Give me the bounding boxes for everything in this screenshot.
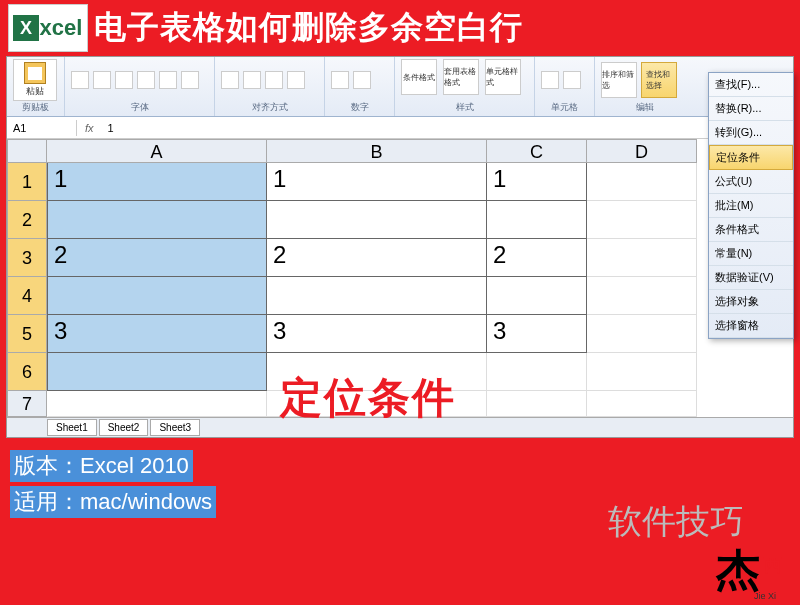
find-select-menu: 查找(F)... 替换(R)... 转到(G)... 定位条件 公式(U) 批注…: [708, 72, 794, 339]
menu-selection-pane[interactable]: 选择窗格: [709, 314, 793, 338]
paste-button[interactable]: 粘贴: [13, 59, 57, 101]
cell-A2[interactable]: [47, 201, 267, 239]
row-header-6[interactable]: 6: [7, 353, 47, 391]
cell-A1[interactable]: 1: [47, 163, 267, 201]
cell-C5[interactable]: 3: [487, 315, 587, 353]
cell-B1[interactable]: 1: [267, 163, 487, 201]
group-editing: 编辑: [601, 101, 689, 114]
watermark-text: 软件技巧: [608, 499, 744, 545]
tab-sheet3[interactable]: Sheet3: [150, 419, 200, 436]
select-all-corner[interactable]: [7, 139, 47, 163]
row-header-7[interactable]: 7: [7, 391, 47, 417]
menu-constants[interactable]: 常量(N): [709, 242, 793, 266]
cell-D4[interactable]: [587, 277, 697, 315]
delete-cells-button[interactable]: [563, 71, 581, 89]
cell-A3[interactable]: 2: [47, 239, 267, 277]
menu-find[interactable]: 查找(F)...: [709, 73, 793, 97]
cell-C1[interactable]: 1: [487, 163, 587, 201]
menu-select-objects[interactable]: 选择对象: [709, 290, 793, 314]
cell-D7[interactable]: [587, 391, 697, 417]
group-clipboard: 剪贴板: [13, 101, 58, 114]
tutorial-title: 电子表格如何删除多余空白行: [94, 6, 523, 50]
insert-cells-button[interactable]: [541, 71, 559, 89]
italic-button[interactable]: [93, 71, 111, 89]
cell-C2[interactable]: [487, 201, 587, 239]
menu-goto-special[interactable]: 定位条件: [709, 145, 793, 170]
menu-goto[interactable]: 转到(G)...: [709, 121, 793, 145]
formula-bar: A1 fx 1: [7, 117, 793, 139]
cell-B4[interactable]: [267, 277, 487, 315]
author-stamp: 杰 西 Jie Xi: [716, 541, 776, 597]
col-header-C[interactable]: C: [487, 139, 587, 163]
cell-D6[interactable]: [587, 353, 697, 391]
row-header-3[interactable]: 3: [7, 239, 47, 277]
menu-formulas[interactable]: 公式(U): [709, 170, 793, 194]
cell-style-button[interactable]: 单元格样式: [485, 59, 521, 95]
menu-comments[interactable]: 批注(M): [709, 194, 793, 218]
conditional-format-button[interactable]: 条件格式: [401, 59, 437, 95]
font-color-button[interactable]: [181, 71, 199, 89]
table-format-button[interactable]: 套用表格格式: [443, 59, 479, 95]
name-box[interactable]: A1: [7, 120, 77, 136]
group-font: 字体: [71, 101, 208, 114]
row-header-4[interactable]: 4: [7, 277, 47, 315]
ribbon: 粘贴 剪贴板 字体 对齐方式: [7, 57, 793, 117]
cell-D5[interactable]: [587, 315, 697, 353]
clipboard-icon: [24, 62, 46, 84]
menu-data-validation[interactable]: 数据验证(V): [709, 266, 793, 290]
align-center-button[interactable]: [243, 71, 261, 89]
cell-C7[interactable]: [487, 391, 587, 417]
align-right-button[interactable]: [265, 71, 283, 89]
cell-B2[interactable]: [267, 201, 487, 239]
col-header-B[interactable]: B: [267, 139, 487, 163]
percent-button[interactable]: [353, 71, 371, 89]
excel-logo: xcel: [8, 4, 88, 52]
stamp-sub: 西: [764, 553, 782, 577]
cell-D2[interactable]: [587, 201, 697, 239]
sort-filter-button[interactable]: 排序和筛选: [601, 62, 637, 98]
cell-A4[interactable]: [47, 277, 267, 315]
fill-color-button[interactable]: [159, 71, 177, 89]
cell-C6[interactable]: [487, 353, 587, 391]
cell-B3[interactable]: 2: [267, 239, 487, 277]
cell-A6[interactable]: [47, 353, 267, 391]
bold-button[interactable]: [71, 71, 89, 89]
version-label: 版本：Excel 2010: [10, 450, 193, 482]
wrap-text-button[interactable]: [287, 71, 305, 89]
row-header-1[interactable]: 1: [7, 163, 47, 201]
number-format-button[interactable]: [331, 71, 349, 89]
cell-D3[interactable]: [587, 239, 697, 277]
row-header-2[interactable]: 2: [7, 201, 47, 239]
group-number: 数字: [331, 101, 388, 114]
col-header-A[interactable]: A: [47, 139, 267, 163]
stamp-dot-icon: [772, 579, 780, 587]
cell-A7[interactable]: [47, 391, 267, 417]
find-select-button[interactable]: 查找和选择: [641, 62, 677, 98]
tab-sheet2[interactable]: Sheet2: [99, 419, 149, 436]
fx-icon[interactable]: fx: [77, 122, 102, 134]
underline-button[interactable]: [115, 71, 133, 89]
col-header-D[interactable]: D: [587, 139, 697, 163]
cell-D1[interactable]: [587, 163, 697, 201]
tutorial-header: xcel 电子表格如何删除多余空白行: [0, 0, 800, 56]
paste-label: 粘贴: [26, 85, 44, 98]
group-align: 对齐方式: [221, 101, 318, 114]
cell-A5[interactable]: 3: [47, 315, 267, 353]
footer-info: 版本：Excel 2010 适用：mac/windows: [10, 450, 216, 522]
cell-C4[interactable]: [487, 277, 587, 315]
cell-C3[interactable]: 2: [487, 239, 587, 277]
menu-replace[interactable]: 替换(R)...: [709, 97, 793, 121]
formula-input[interactable]: 1: [102, 120, 793, 136]
group-styles: 样式: [401, 101, 528, 114]
stamp-pinyin: Jie Xi: [754, 591, 776, 601]
row-header-5[interactable]: 5: [7, 315, 47, 353]
menu-cond-format[interactable]: 条件格式: [709, 218, 793, 242]
border-button[interactable]: [137, 71, 155, 89]
tab-sheet1[interactable]: Sheet1: [47, 419, 97, 436]
platform-label: 适用：mac/windows: [10, 486, 216, 518]
cell-B5[interactable]: 3: [267, 315, 487, 353]
align-left-button[interactable]: [221, 71, 239, 89]
annotation-label: 定位条件: [280, 370, 456, 426]
group-cells: 单元格: [541, 101, 588, 114]
